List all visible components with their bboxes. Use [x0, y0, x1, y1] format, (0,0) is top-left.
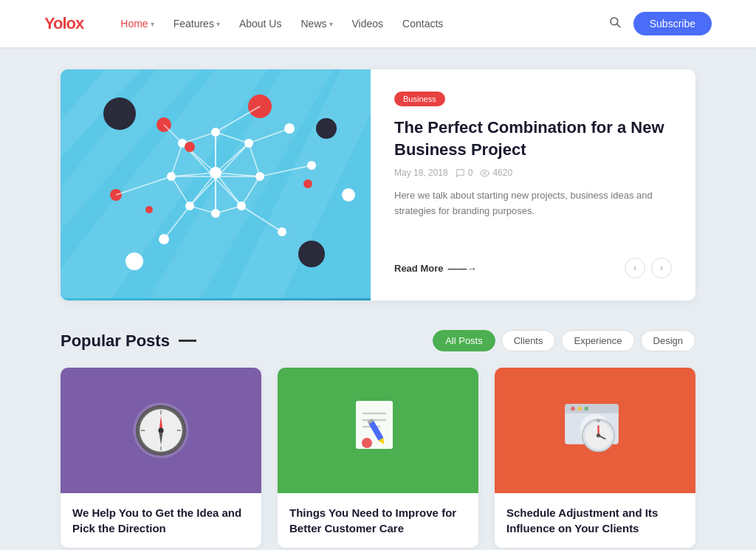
hero-illustration: [61, 69, 371, 298]
chevron-down-icon: ▾: [216, 20, 220, 28]
main-content: Business The Perfect Combination for a N…: [46, 69, 710, 548]
post-card-2: Things You Need to Improve for Better Cu…: [278, 368, 478, 548]
compass-icon: [128, 397, 194, 464]
prev-arrow-button[interactable]: ‹: [625, 258, 645, 278]
svg-rect-82: [597, 419, 600, 422]
svg-point-63: [158, 427, 163, 433]
post-card-body-3: Schedule Adjustment and Its Influence on…: [495, 493, 695, 548]
filter-experience[interactable]: Experience: [561, 330, 634, 351]
next-arrow-button[interactable]: ›: [651, 258, 672, 278]
hero-views: 4620: [480, 168, 512, 178]
nav-item-home[interactable]: Home ▾: [113, 13, 161, 34]
svg-point-41: [185, 202, 194, 210]
post-thumbnail-2: [278, 368, 478, 493]
document-icon: [348, 397, 408, 464]
logo-text-part1: Yolo: [44, 14, 75, 32]
post-thumbnail-3: [495, 368, 695, 493]
svg-point-51: [145, 206, 153, 213]
popular-posts-section: Popular Posts All Posts Clients Experien…: [61, 330, 695, 548]
read-more-link[interactable]: Read More ——→: [394, 263, 476, 274]
svg-point-48: [159, 234, 169, 244]
svg-point-40: [211, 209, 220, 218]
svg-line-1: [616, 24, 619, 27]
filter-clients[interactable]: Clients: [501, 330, 556, 351]
chevron-down-icon: ▾: [151, 20, 154, 28]
logo-accent: x: [75, 14, 83, 32]
logo[interactable]: Yolox: [44, 14, 83, 33]
nav-item-contacts[interactable]: Contacts: [395, 13, 450, 34]
hero-info: Business The Perfect Combination for a N…: [371, 69, 695, 300]
svg-point-39: [237, 202, 246, 210]
nav-item-about[interactable]: About Us: [232, 13, 289, 34]
posts-grid: We Help You to Get the Idea and Pick the…: [61, 368, 695, 548]
nav-actions: Subscribe: [608, 12, 712, 35]
hero-image: [61, 69, 371, 300]
post-card-body-1: We Help You to Get the Idea and Pick the…: [61, 493, 261, 548]
svg-point-45: [284, 123, 295, 134]
svg-point-37: [244, 139, 253, 148]
svg-point-74: [571, 406, 574, 410]
nav-item-features[interactable]: Features ▾: [166, 13, 227, 34]
hero-footer: Read More ——→ ‹ ›: [394, 258, 672, 278]
hero-navigation: ‹ ›: [625, 258, 672, 278]
filter-tabs: All Posts Clients Experience Design: [433, 330, 695, 351]
svg-point-47: [278, 227, 286, 236]
svg-point-68: [362, 438, 372, 448]
nav-item-videos[interactable]: Videos: [345, 13, 391, 34]
svg-point-9: [316, 118, 337, 139]
hero-comments: 0: [456, 168, 473, 178]
clock-browser-icon: [558, 399, 632, 462]
nav-item-news[interactable]: News ▾: [293, 13, 340, 34]
hero-card: Business The Perfect Combination for a N…: [61, 69, 695, 300]
svg-point-42: [167, 172, 176, 181]
svg-point-52: [484, 172, 486, 174]
svg-point-38: [255, 172, 264, 181]
svg-point-46: [307, 161, 316, 170]
eye-icon: [480, 168, 489, 178]
svg-point-12: [342, 188, 355, 202]
nav-links: Home ▾ Features ▾ About Us News ▾ Videos…: [113, 13, 608, 34]
post-thumbnail-1: [61, 368, 261, 493]
svg-point-83: [597, 433, 600, 437]
hero-date: May 18, 2018: [394, 168, 448, 178]
svg-point-50: [185, 142, 195, 152]
arrow-icon: ——→: [447, 263, 476, 274]
post-card-body-2: Things You Need to Improve for Better Cu…: [278, 493, 478, 548]
chevron-down-icon: ▾: [329, 20, 333, 28]
post-card-title-2: Things You Need to Improve for Better Cu…: [289, 505, 467, 536]
svg-point-44: [210, 167, 221, 179]
svg-point-36: [211, 128, 220, 137]
svg-point-10: [298, 241, 325, 267]
svg-point-76: [584, 406, 588, 410]
post-card-1: We Help You to Get the Idea and Pick the…: [61, 368, 261, 548]
section-header: Popular Posts All Posts Clients Experien…: [61, 330, 695, 351]
subscribe-button[interactable]: Subscribe: [633, 12, 712, 35]
svg-point-49: [303, 179, 312, 188]
svg-point-11: [126, 252, 143, 270]
filter-all-posts[interactable]: All Posts: [433, 330, 495, 351]
title-dash: [179, 340, 196, 342]
search-icon[interactable]: [608, 16, 622, 32]
svg-point-8: [103, 97, 136, 130]
post-card-title-3: Schedule Adjustment and Its Influence on…: [506, 505, 684, 536]
navbar: Yolox Home ▾ Features ▾ About Us News ▾ …: [0, 0, 756, 47]
post-card-title-1: We Help You to Get the Idea and Pick the…: [72, 505, 250, 536]
comment-icon: [456, 168, 465, 178]
hero-badge: Business: [394, 92, 445, 106]
hero-title: The Perfect Combination for a New Busine…: [394, 117, 672, 160]
hero-description: Here we talk about starting new projects…: [394, 188, 672, 219]
filter-design[interactable]: Design: [641, 330, 695, 351]
svg-point-75: [577, 406, 581, 410]
section-title: Popular Posts: [61, 331, 196, 351]
post-card-3: Schedule Adjustment and Its Influence on…: [495, 368, 695, 548]
hero-meta: May 18, 2018 0 4620: [394, 168, 672, 178]
